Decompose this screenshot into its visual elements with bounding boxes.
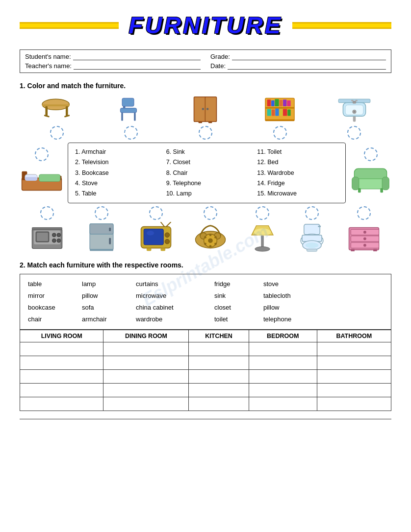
wb-word: bookcase	[28, 302, 82, 314]
svg-rect-2	[46, 106, 48, 116]
table-cell[interactable]	[189, 342, 249, 356]
telephone-circle[interactable]	[204, 206, 217, 220]
col-kitchen: KITCHEN	[189, 330, 249, 342]
section2: 2. Match each furniture with the respect…	[20, 261, 391, 411]
bed-icon	[20, 163, 64, 195]
svg-rect-29	[275, 109, 279, 116]
wb-word: lamp	[82, 278, 136, 290]
student-name-field[interactable]	[73, 53, 201, 60]
section1: 1. Color and match the furniture.	[20, 82, 391, 252]
room-table: LIVING ROOM DINING ROOM KITCHEN BEDROOM …	[20, 330, 391, 411]
table-cell[interactable]	[20, 356, 103, 370]
table-cell[interactable]	[20, 384, 103, 397]
svg-point-87	[209, 245, 212, 247]
teacher-name-line: Teacher's name:	[25, 62, 201, 70]
word-item: 2. Television	[75, 157, 156, 168]
wb-word: stove	[263, 278, 322, 290]
table-row	[20, 356, 391, 370]
svg-rect-17	[199, 121, 202, 123]
grade-label: Grade:	[210, 53, 230, 60]
svg-rect-40	[351, 100, 354, 101]
word-list-box: 1. Armchair 2. Television 3. Bookcase 4.…	[68, 143, 346, 203]
table-cell[interactable]	[317, 384, 391, 397]
toilet-icon	[295, 222, 329, 252]
footer-line	[20, 419, 391, 419]
table-cell[interactable]	[189, 397, 249, 411]
table-cell[interactable]	[189, 384, 249, 397]
table-cell[interactable]	[103, 397, 189, 411]
svg-rect-67	[109, 228, 111, 232]
table-cell[interactable]	[249, 342, 317, 356]
teacher-name-field[interactable]	[74, 63, 201, 70]
svg-rect-100	[318, 226, 321, 227]
table-cell[interactable]	[20, 397, 103, 411]
table-circle[interactable]	[50, 126, 64, 140]
date-line: Date:	[210, 62, 386, 70]
date-field[interactable]	[228, 63, 386, 70]
table-cell[interactable]	[249, 397, 317, 411]
svg-rect-27	[267, 109, 271, 116]
table-cell[interactable]	[317, 370, 391, 384]
table-cell[interactable]	[189, 370, 249, 384]
bookcase-circle[interactable]	[273, 126, 287, 140]
svg-point-107	[363, 244, 366, 247]
table-cell[interactable]	[103, 370, 189, 384]
svg-rect-50	[357, 179, 385, 189]
telephone-icon	[191, 222, 230, 252]
table-cell[interactable]	[317, 397, 391, 411]
grade-field[interactable]	[232, 53, 386, 60]
television-circle[interactable]	[149, 206, 163, 220]
furniture-television	[136, 206, 176, 252]
table-cell[interactable]	[103, 342, 189, 356]
word-item: 9. Telephone	[166, 178, 248, 189]
furniture-row-bottom	[20, 206, 391, 252]
bed-circle[interactable]	[35, 147, 49, 161]
svg-rect-1	[42, 104, 69, 106]
table-cell[interactable]	[249, 370, 317, 384]
table-cell[interactable]	[103, 356, 189, 370]
svg-rect-69	[90, 249, 113, 251]
svg-rect-3	[66, 106, 68, 116]
page-title: FURNITURE	[119, 10, 292, 41]
svg-point-62	[57, 239, 61, 243]
wb-word: china cabinet	[136, 302, 214, 314]
svg-rect-91	[261, 235, 264, 248]
table-cell[interactable]	[20, 370, 103, 384]
lamp-circle[interactable]	[256, 206, 269, 220]
chair-circle[interactable]	[124, 126, 138, 140]
wb-word: sofa	[82, 302, 136, 314]
wb-word: microwave	[136, 290, 214, 302]
toilet-circle[interactable]	[305, 206, 319, 220]
table-cell[interactable]	[103, 384, 189, 397]
word-item: 5. Table	[75, 189, 156, 199]
svg-point-75	[165, 233, 170, 238]
table-cell[interactable]	[317, 356, 391, 370]
fridge-icon	[82, 222, 121, 252]
table-cell[interactable]	[249, 356, 317, 370]
dresser-circle[interactable]	[357, 206, 371, 220]
table-cell[interactable]	[317, 342, 391, 356]
word-item: 10. Lamp	[166, 189, 248, 199]
table-cell[interactable]	[249, 384, 317, 397]
svg-rect-25	[283, 99, 286, 106]
fridge-circle[interactable]	[95, 206, 108, 220]
svg-point-98	[306, 242, 319, 248]
furniture-lamp	[245, 206, 280, 252]
sink-circle[interactable]	[347, 126, 361, 140]
table-cell[interactable]	[20, 342, 103, 356]
word-item: 4. Stove	[75, 178, 156, 189]
stove-circle[interactable]	[40, 206, 54, 220]
table-row	[20, 397, 391, 411]
wardrobe-icon	[187, 95, 224, 124]
grade-line: Grade:	[210, 53, 386, 60]
wardrobe-circle[interactable]	[199, 126, 212, 140]
student-name-line: Student's name:	[25, 53, 201, 60]
word-bank-grid: table mirror bookcase chair lamp pillow …	[28, 278, 383, 325]
furniture-sink	[336, 95, 373, 140]
svg-rect-9	[121, 113, 123, 121]
stove-icon	[27, 222, 67, 252]
col-bathroom: BATHROOM	[317, 330, 391, 342]
table-cell[interactable]	[189, 356, 249, 370]
armchair-circle[interactable]	[364, 147, 378, 161]
svg-point-76	[165, 240, 170, 244]
